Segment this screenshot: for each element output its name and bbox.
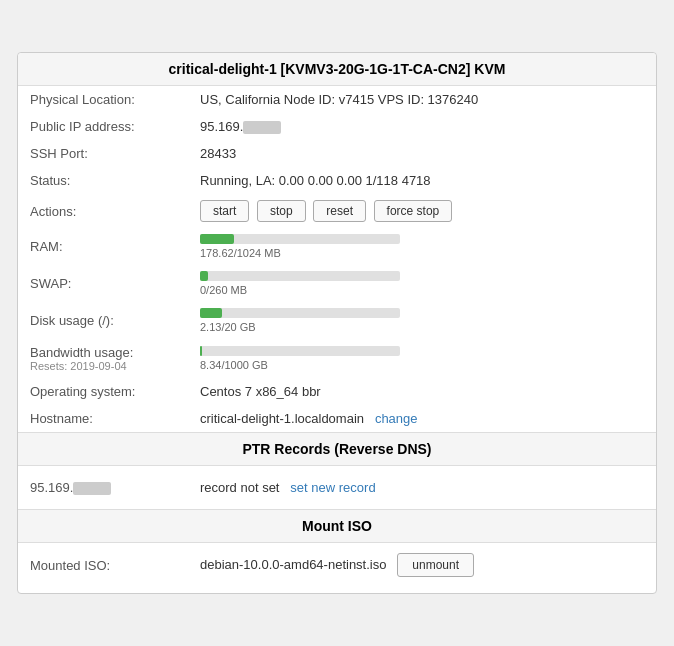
ptr-section: 95.169. record not set set new record (18, 466, 656, 509)
disk-progress-fill (200, 308, 222, 318)
mount-title: Mount ISO (302, 518, 372, 534)
actions-label: Actions: (18, 194, 188, 228)
physical-location-row: Physical Location: US, California Node I… (18, 86, 656, 113)
main-container: critical-delight-1 [KVMV3-20G-1G-1T-CA-C… (17, 52, 657, 594)
swap-progress-label: 0/260 MB (200, 284, 644, 296)
unmount-button[interactable]: unmount (397, 553, 474, 577)
ptr-ip-prefix: 95.169. (30, 480, 73, 495)
mount-table: Mounted ISO: debian-10.0.0-amd64-netinst… (18, 547, 656, 583)
ptr-record-value: record not set set new record (188, 472, 656, 503)
disk-progress-label: 2.13/20 GB (200, 321, 644, 333)
bandwidth-progress-fill (200, 346, 202, 356)
stop-button[interactable]: stop (257, 200, 306, 222)
swap-label: SWAP: (18, 265, 188, 302)
mounted-iso-row: Mounted ISO: debian-10.0.0-amd64-netinst… (18, 547, 656, 583)
reset-button[interactable]: reset (313, 200, 366, 222)
public-ip-label: Public IP address: (18, 113, 188, 140)
bandwidth-progress-container (200, 346, 400, 356)
physical-location-label: Physical Location: (18, 86, 188, 113)
ram-progress-fill (200, 234, 234, 244)
swap-progress-container (200, 271, 400, 281)
ptr-record-row: 95.169. record not set set new record (18, 472, 656, 503)
os-row: Operating system: Centos 7 x86_64 bbr (18, 378, 656, 405)
bandwidth-value: 8.34/1000 GB (188, 339, 656, 378)
mount-section-header: Mount ISO (18, 509, 656, 543)
set-new-record-link[interactable]: set new record (290, 480, 375, 495)
force-stop-button[interactable]: force stop (374, 200, 453, 222)
swap-value: 0/260 MB (188, 265, 656, 302)
status-value: Running, LA: 0.00 0.00 0.00 1/118 4718 (188, 167, 656, 194)
disk-progress-container (200, 308, 400, 318)
ip-prefix: 95.169. (200, 119, 243, 134)
hostname-text: critical-delight-1.localdomain (200, 411, 364, 426)
start-button[interactable]: start (200, 200, 249, 222)
ram-row: RAM: 178.62/1024 MB (18, 228, 656, 265)
os-value: Centos 7 x86_64 bbr (188, 378, 656, 405)
ram-label: RAM: (18, 228, 188, 265)
ip-blurred (243, 121, 281, 134)
disk-label: Disk usage (/): (18, 302, 188, 339)
mount-section: Mounted ISO: debian-10.0.0-amd64-netinst… (18, 543, 656, 593)
bandwidth-label: Bandwidth usage: Resets: 2019-09-04 (18, 339, 188, 378)
actions-row: Actions: start stop reset force stop (18, 194, 656, 228)
status-label: Status: (18, 167, 188, 194)
server-header: critical-delight-1 [KVMV3-20G-1G-1T-CA-C… (18, 53, 656, 86)
swap-progress-fill (200, 271, 208, 281)
bandwidth-sub-label: Resets: 2019-09-04 (30, 360, 176, 372)
ptr-section-header: PTR Records (Reverse DNS) (18, 432, 656, 466)
ptr-record-status: record not set (200, 480, 280, 495)
physical-location-value: US, California Node ID: v7415 VPS ID: 13… (188, 86, 656, 113)
ptr-table: 95.169. record not set set new record (18, 472, 656, 503)
ssh-port-label: SSH Port: (18, 140, 188, 167)
hostname-label: Hostname: (18, 405, 188, 432)
swap-row: SWAP: 0/260 MB (18, 265, 656, 302)
ram-value: 178.62/1024 MB (188, 228, 656, 265)
disk-value: 2.13/20 GB (188, 302, 656, 339)
mounted-iso-value: debian-10.0.0-amd64-netinst.iso unmount (188, 547, 656, 583)
disk-row: Disk usage (/): 2.13/20 GB (18, 302, 656, 339)
ssh-port-row: SSH Port: 28433 (18, 140, 656, 167)
public-ip-value: 95.169. (188, 113, 656, 140)
os-label: Operating system: (18, 378, 188, 405)
server-title: critical-delight-1 [KVMV3-20G-1G-1T-CA-C… (169, 61, 506, 77)
hostname-value: critical-delight-1.localdomain change (188, 405, 656, 432)
ptr-ip-blurred (73, 482, 111, 495)
ram-progress-container (200, 234, 400, 244)
status-row: Status: Running, LA: 0.00 0.00 0.00 1/11… (18, 167, 656, 194)
info-table: Physical Location: US, California Node I… (18, 86, 656, 432)
mounted-iso-filename: debian-10.0.0-amd64-netinst.iso (200, 557, 386, 572)
mounted-iso-label: Mounted ISO: (18, 547, 188, 583)
hostname-row: Hostname: critical-delight-1.localdomain… (18, 405, 656, 432)
hostname-change-link[interactable]: change (375, 411, 418, 426)
bandwidth-row: Bandwidth usage: Resets: 2019-09-04 8.34… (18, 339, 656, 378)
ptr-title: PTR Records (Reverse DNS) (242, 441, 431, 457)
ssh-port-value: 28433 (188, 140, 656, 167)
bandwidth-progress-label: 8.34/1000 GB (200, 359, 644, 371)
ptr-ip: 95.169. (18, 472, 188, 503)
actions-buttons: start stop reset force stop (188, 194, 656, 228)
ram-progress-label: 178.62/1024 MB (200, 247, 644, 259)
public-ip-row: Public IP address: 95.169. (18, 113, 656, 140)
bandwidth-main-label: Bandwidth usage: (30, 345, 133, 360)
